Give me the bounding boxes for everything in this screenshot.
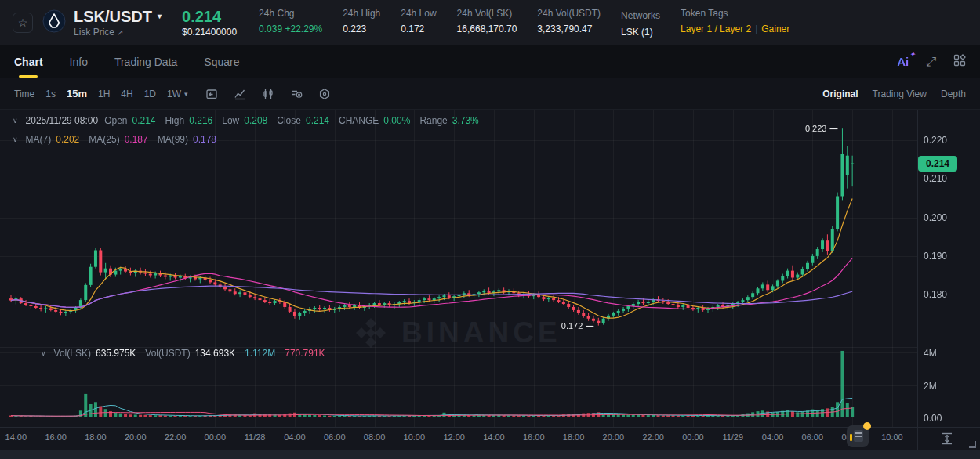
ma-ma-7: MA(7)0.202	[26, 134, 80, 145]
view-depth[interactable]: Depth	[941, 89, 966, 99]
stat-value: 0.039 +22.29%	[259, 23, 322, 35]
stat-label: 24h Chg	[259, 8, 322, 19]
ma-legend: ∨ MA(7)0.202MA(25)0.187MA(99)0.178	[13, 134, 216, 145]
chart-toolbar: Time 1s15m1H4H1D1W ▾ OriginalTrading Vie…	[0, 78, 980, 110]
ohlc-label: Open	[104, 115, 127, 126]
stat-value[interactable]: Layer 1 / Layer 2|Gainer	[681, 23, 789, 35]
header-stat-24h-vol-usdt: 24h Vol(USDT)3,233,790.47	[537, 8, 601, 35]
token-tag-gainer[interactable]: Gainer	[761, 23, 789, 34]
external-link-icon: ↗	[117, 28, 123, 37]
page-tabs: ChartInfoTrading DataSquare	[14, 45, 240, 78]
current-price-badge: 0.214	[918, 156, 957, 172]
token-tag-layer-1-layer-2[interactable]: Layer 1 / Layer 2	[681, 23, 751, 34]
ohlc-label: Low	[222, 115, 239, 126]
ma-label: MA(7)	[26, 134, 52, 145]
time-label: Time	[14, 89, 34, 99]
tab-trading-data[interactable]: Trading Data	[114, 45, 177, 78]
pair-dropdown-icon[interactable]: ▾	[158, 8, 162, 25]
tab-info[interactable]: Info	[70, 45, 88, 78]
stat-label: 24h Vol(USDT)	[537, 8, 601, 19]
notification-dot	[863, 422, 871, 430]
stat-value[interactable]: LSK (1)	[621, 26, 660, 38]
price-axis-label: 0.190	[924, 251, 947, 262]
stat-label: 24h Vol(LSK)	[457, 8, 517, 19]
layout-grid-icon[interactable]	[953, 54, 966, 70]
vol-value: 635.975K	[96, 348, 136, 359]
chart-area: BINANCE ∨ 2025/11/29 08:00 Open0.214High…	[0, 110, 980, 427]
time-axis-label: 18:00	[563, 432, 585, 442]
interval-4h[interactable]: 4H	[121, 89, 132, 99]
tab-chart[interactable]: Chart	[14, 45, 43, 78]
news-feed-button[interactable]	[847, 425, 869, 447]
interval-1h[interactable]: 1H	[98, 89, 110, 99]
ohlc-close: Close0.214	[277, 115, 329, 126]
price-axis-label: 0.220	[924, 135, 947, 146]
time-axis-label: 22:00	[642, 432, 664, 442]
price-chart-canvas[interactable]	[0, 110, 980, 427]
header-stat-networks[interactable]: NetworksLSK (1)	[621, 8, 660, 38]
time-axis-label: 20:00	[603, 432, 625, 442]
time-axis-label: 22:00	[165, 432, 187, 442]
news-pen-icon	[850, 434, 852, 441]
ma-value: 0.202	[56, 134, 79, 145]
ohlc-value: 0.214	[132, 115, 155, 126]
ohlc-label: Close	[277, 115, 301, 126]
chart-settings-icon[interactable]	[318, 88, 331, 100]
binance-spot-chart-page: ☆ LSK/USDT ▾ Lisk Price ↗ 0.214 $0.21400…	[0, 0, 980, 459]
stat-label: Networks	[621, 10, 660, 23]
interval-1w[interactable]: 1W	[167, 89, 181, 99]
display-settings-icon[interactable]	[290, 88, 303, 100]
chart-style-icon[interactable]	[234, 88, 246, 100]
fullscreen-icon[interactable]: ⤢	[926, 55, 936, 69]
interval-15m[interactable]: 15m	[67, 88, 87, 99]
time-axis-label: 16:00	[523, 432, 545, 442]
time-axis-label: 06:00	[324, 432, 346, 442]
price-axis-label: 0.210	[924, 173, 947, 184]
stat-value: 3,233,790.47	[537, 23, 601, 35]
lisk-price-link[interactable]: Lisk Price ↗	[74, 27, 162, 38]
vol-vol-lsk: Vol(LSK)635.975K	[54, 348, 136, 359]
ohlc-value: 0.216	[189, 115, 212, 126]
time-axis-label: 16:00	[45, 432, 67, 442]
last-price: 0.214	[182, 8, 237, 25]
pair-selector[interactable]: LSK/USDT ▾ Lisk Price ↗	[74, 8, 162, 38]
ohlc-legend: ∨ 2025/11/29 08:00 Open0.214High0.216Low…	[13, 115, 479, 126]
collapse-ma-icon[interactable]: ∨	[13, 136, 18, 143]
view-original[interactable]: Original	[822, 89, 858, 99]
bottom-panel-edge	[0, 450, 980, 459]
ohlc-low: Low0.208	[222, 115, 267, 126]
ohlc-value: 3.73%	[452, 115, 479, 126]
time-axis-label: 04:00	[762, 432, 784, 442]
vol-value: 134.693K	[195, 348, 235, 359]
interval-1s[interactable]: 1s	[45, 89, 56, 99]
collapse-ohlc-icon[interactable]: ∨	[13, 117, 18, 125]
indicators-icon[interactable]	[262, 88, 274, 100]
time-axis-label: 10:00	[404, 432, 426, 442]
interval-1d[interactable]: 1D	[144, 89, 156, 99]
ohlc-change: CHANGE0.00%	[339, 115, 410, 126]
interval-dropdown-icon[interactable]: ▾	[184, 90, 188, 98]
resize-corner-icon[interactable]	[969, 441, 976, 448]
time-axis-label: 10:00	[881, 432, 903, 442]
favorite-button[interactable]: ☆	[13, 13, 33, 33]
ticker-stats: 24h Chg0.039 +22.29%24h High0.22324h Low…	[259, 8, 789, 38]
ohlc-value: 0.00%	[383, 115, 410, 126]
ai-label: Ai	[897, 55, 909, 68]
stat-value: 0.172	[401, 23, 436, 35]
ma-ma-25: MA(25)0.187	[89, 134, 147, 145]
ai-assistant-button[interactable]: Ai✦	[897, 55, 909, 68]
tab-square[interactable]: Square	[204, 45, 239, 78]
header-stat-token-tags[interactable]: Token TagsLayer 1 / Layer 2|Gainer	[681, 8, 789, 35]
volume-legend: ∨ Vol(LSK)635.975KVol(USDT)134.693K1.112…	[41, 348, 325, 359]
header-stat-24h-low: 24h Low0.172	[401, 8, 436, 35]
interval-settings-icon[interactable]	[205, 88, 218, 100]
view-trading-view[interactable]: Trading View	[873, 89, 927, 99]
ohlc-label: CHANGE	[339, 115, 379, 126]
volume-axis-label: 2M	[924, 381, 937, 392]
time-axis-label: 20:00	[125, 432, 147, 442]
ma-label: MA(99)	[158, 134, 188, 145]
stat-label: 24h High	[343, 8, 380, 19]
collapse-volume-icon[interactable]: ∨	[41, 349, 46, 357]
auto-fit-icon[interactable]	[939, 431, 955, 450]
stat-value: 16,668,170.70	[457, 23, 517, 35]
